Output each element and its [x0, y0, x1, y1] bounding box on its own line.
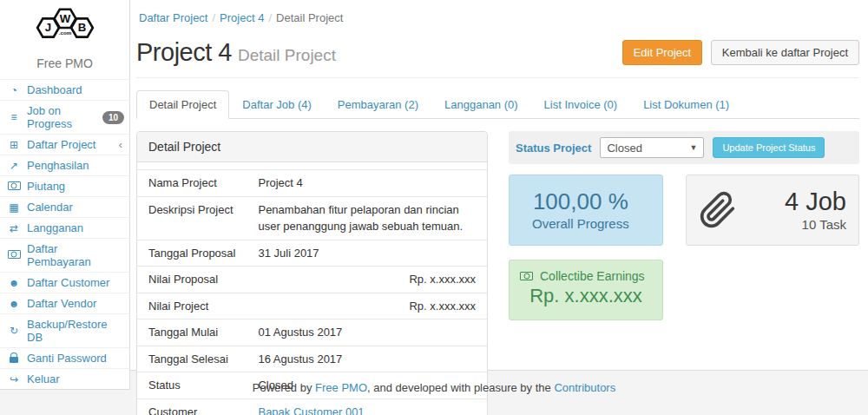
- earnings-card: Collectibe Earnings Rp. x.xxx.xxx: [509, 260, 663, 320]
- tab-pembayaran-2[interactable]: Pembayaran (2): [325, 90, 431, 119]
- breadcrumb-item-detail-project: Detail Project: [276, 11, 343, 24]
- status-project-label: Status Project: [516, 142, 591, 155]
- footer-text-middle: , and developed with pleasure by the: [367, 381, 554, 394]
- row-value: 01 Agustus 2017: [247, 319, 487, 346]
- tab-detail-project[interactable]: Detail Project: [136, 90, 229, 119]
- sidebar-item-label: Job on Progress: [27, 104, 96, 130]
- sidebar-item-ganti-password[interactable]: Ganti Password: [0, 347, 129, 368]
- edit-project-button[interactable]: Edit Project: [622, 40, 702, 65]
- jwb-logo-icon: J W B .com: [25, 5, 105, 50]
- overall-progress-card: 100,00 % Overall Progress: [509, 175, 663, 246]
- app-window: J W B .com Free PMO ◔Dashboard≡Job on Pr…: [0, 0, 868, 415]
- sidebar-item-piutang[interactable]: Piutang: [0, 175, 129, 196]
- detail-panel-title: Detail Project: [137, 132, 487, 162]
- jobs-card: 4 Job 10 Task: [686, 175, 859, 246]
- update-status-button[interactable]: Update Project Status: [713, 137, 825, 158]
- sidebar-item-label: Daftar Pembayaran: [27, 242, 124, 268]
- tab-list-invoice-0[interactable]: List Invoice (0): [531, 90, 631, 119]
- sidebar-item-calendar[interactable]: ▦Calendar: [0, 196, 129, 217]
- tab-daftar-job-4[interactable]: Daftar Job (4): [229, 90, 324, 119]
- sidebar-item-label: Penghasilan: [27, 159, 89, 172]
- main-content: Daftar Project/Project 4/Detail Project …: [130, 0, 868, 371]
- row-label: Tanggal Proposal: [137, 240, 247, 267]
- sidebar-item-daftar-customer[interactable]: ☻Daftar Customer: [0, 272, 129, 293]
- page-title: Project 4: [136, 38, 232, 66]
- row-value: Penambahan fitur pelaporan dan rincian u…: [247, 196, 487, 240]
- users-icon: ☻: [7, 299, 21, 309]
- progress-value: 100,00 %: [533, 189, 628, 214]
- table-icon: ⊞: [7, 140, 21, 150]
- sidebar-item-job-on-progress[interactable]: ≡Job on Progress10: [0, 100, 129, 134]
- breadcrumb-item-daftar-project[interactable]: Daftar Project: [139, 11, 207, 24]
- row-label: Nilai Project: [137, 293, 247, 319]
- tab-bar: Detail ProjectDaftar Job (4)Pembayaran (…: [136, 90, 859, 119]
- page-subtitle: Detail Project: [238, 46, 336, 64]
- jobs-count: 4 Job: [785, 188, 846, 216]
- calendar-icon: ▦: [7, 202, 21, 213]
- row-label: Tanggal Mulai: [137, 319, 247, 346]
- row-label: Nama Project: [137, 170, 247, 197]
- chevron-left-icon: ‹: [119, 139, 124, 150]
- sidebar-item-daftar-vendor[interactable]: ☻Daftar Vendor: [0, 293, 129, 313]
- logo-letter-b: B: [77, 21, 86, 34]
- sidebar-item-label: Daftar Vendor: [27, 297, 96, 310]
- paperclip-icon: [699, 191, 737, 229]
- table-row: Tanggal Mulai01 Agustus 2017: [137, 319, 487, 346]
- earnings-value: Rp. x.xxx.xxx: [520, 285, 652, 307]
- table-row: Nilai ProposalRp. x.xxx.xxx: [137, 267, 487, 293]
- bars-icon: ≡: [7, 112, 21, 122]
- sidebar-item-penghasilan[interactable]: ↗Penghasilan: [0, 155, 129, 175]
- count-badge: 10: [102, 111, 124, 124]
- logo-letter-w: W: [59, 12, 70, 25]
- app-name: Free PMO: [0, 55, 129, 79]
- refresh-icon: ↻: [7, 326, 21, 336]
- sidebar-item-label: Dashboard: [27, 83, 82, 96]
- sidebar-item-daftar-pembayaran[interactable]: Daftar Pembayaran: [0, 238, 129, 272]
- cards-row: 100,00 % Overall Progress 4 Job 10 Task: [509, 175, 859, 246]
- row-value: Rp. x.xxx.xxx: [247, 293, 487, 319]
- logo-domain: .com: [58, 30, 71, 36]
- status-strip: Status Project Closed ▼ Update Project S…: [509, 131, 859, 164]
- table-row: Nama ProjectProject 4: [137, 170, 487, 197]
- back-to-list-button[interactable]: Kembali ke daftar Project: [711, 40, 859, 65]
- caret-down-icon: ▼: [690, 143, 698, 152]
- breadcrumb-item-project-4[interactable]: Project 4: [220, 11, 264, 24]
- row-label: Tanggal Selesai: [137, 346, 247, 372]
- brand-logo[interactable]: J W B .com: [0, 0, 129, 55]
- row-value: Project 4: [247, 170, 487, 197]
- table-row: Tanggal Proposal31 Juli 2017: [137, 240, 487, 267]
- footer-text-prefix: Powered by: [253, 381, 315, 394]
- table-row: Nilai ProjectRp. x.xxx.xxx: [137, 293, 487, 319]
- tasks-count: 10 Task: [785, 217, 846, 232]
- table-row: Tanggal Selesai16 Agustus 2017: [137, 346, 487, 372]
- sidebar-item-langganan[interactable]: ⇄Langganan: [0, 217, 129, 238]
- sidebar-item-label: Daftar Project: [27, 138, 95, 151]
- sidebar-item-label: Langganan: [27, 221, 83, 234]
- sidebar: J W B .com Free PMO ◔Dashboard≡Job on Pr…: [0, 0, 130, 390]
- breadcrumb-separator: /: [264, 11, 276, 24]
- status-select[interactable]: Closed ▼: [600, 137, 704, 158]
- tab-list-dokumen-1[interactable]: List Dokumen (1): [630, 90, 742, 119]
- row-label: Nilai Proposal: [137, 267, 247, 293]
- footer-link-contributors[interactable]: Contributors: [554, 381, 615, 394]
- sidebar-item-backup-restore-db[interactable]: ↻Backup/Restore DB: [0, 313, 129, 347]
- header-buttons: Edit Project Kembali ke daftar Project: [622, 40, 859, 65]
- progress-caption: Overall Progress: [532, 216, 629, 231]
- row-value: Rp. x.xxx.xxx: [247, 267, 487, 293]
- sidebar-item-label: Backup/Restore DB: [27, 318, 124, 344]
- footer-link-free-pmo[interactable]: Free PMO: [315, 381, 367, 394]
- page-header: Project 4Detail Project Edit Project Kem…: [136, 35, 859, 78]
- status-select-value: Closed: [607, 142, 641, 155]
- footer: Powered by Free PMO, and developed with …: [0, 371, 868, 415]
- sidebar-item-dashboard[interactable]: ◔Dashboard: [0, 79, 129, 100]
- tab-langganan-0[interactable]: Langganan (0): [431, 90, 531, 119]
- table-row: Deskripsi ProjectPenambahan fitur pelapo…: [137, 196, 487, 240]
- users-icon: ☻: [7, 278, 21, 288]
- money-icon: [7, 250, 21, 260]
- lock-icon: [7, 352, 21, 365]
- sidebar-item-daftar-project[interactable]: ⊞Daftar Project‹: [0, 134, 129, 155]
- logo-letter-j: J: [44, 21, 50, 34]
- row-value: 31 Juli 2017: [247, 240, 487, 267]
- money-icon: [520, 272, 533, 280]
- money-icon: [7, 181, 21, 192]
